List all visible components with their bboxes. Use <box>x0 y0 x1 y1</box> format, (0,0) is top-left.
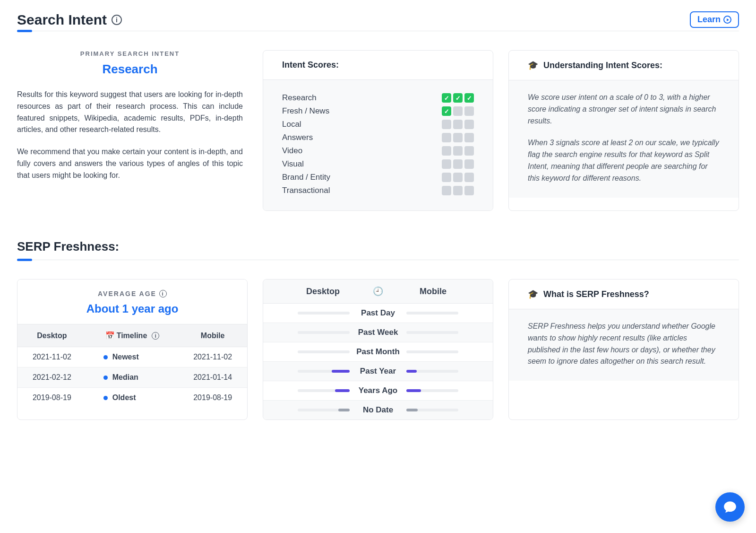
intent-score-label: Visual <box>282 159 304 169</box>
info-icon[interactable]: i <box>152 332 159 340</box>
learn-label: Learn <box>697 15 721 25</box>
graduation-cap-icon: 🎓 <box>528 61 538 70</box>
understanding-title: 🎓 Understanding Intent Scores: <box>509 51 739 80</box>
average-age-value: About 1 year ago <box>22 302 242 315</box>
serp-freshness-info-title: 🎓 What is SERP Freshness? <box>509 280 739 309</box>
understanding-card: 🎓 Understanding Intent Scores: We score … <box>508 50 739 211</box>
check-empty <box>464 146 474 156</box>
intent-score-checks: ✓✓✓ <box>442 93 474 103</box>
check-empty <box>442 173 451 182</box>
serp-freshness-title: SERP Freshness: <box>17 239 739 254</box>
bar-desktop <box>298 370 350 373</box>
cell-timeline-label: Median <box>86 367 179 388</box>
clock-icon: 🕘 <box>369 286 387 297</box>
check-empty <box>442 146 451 156</box>
check-empty <box>464 120 474 129</box>
bar-mobile <box>406 389 458 392</box>
bar-mobile <box>406 312 458 315</box>
intent-score-label: Transactional <box>282 186 330 195</box>
intent-score-label: Fresh / News <box>282 106 329 116</box>
check-icon: ✓ <box>442 93 451 103</box>
check-empty <box>453 106 463 116</box>
freshness-label: Past Week <box>350 328 406 337</box>
intent-score-checks <box>442 133 474 142</box>
cell-desktop-date: 2019-08-19 <box>17 388 86 408</box>
check-empty <box>453 173 463 182</box>
intent-score-checks <box>442 186 474 195</box>
primary-intent-value: Research <box>17 62 243 77</box>
bar-desktop <box>298 312 350 315</box>
intent-score-row: Brand / Entity <box>282 171 474 184</box>
intent-score-row: Transactional <box>282 184 474 197</box>
freshness-row: Past Year <box>263 362 493 381</box>
freshness-label: No Date <box>350 405 406 415</box>
bar-mobile <box>406 350 458 353</box>
learn-button[interactable]: Learn <box>690 11 739 28</box>
serp-freshness-info-paragraph: SERP Freshness helps you understand whet… <box>528 321 720 367</box>
check-empty <box>442 159 451 169</box>
search-intent-title: Search Intent <box>17 12 107 28</box>
table-row: 2021-11-02Newest2021-11-02 <box>17 347 247 367</box>
freshness-label: Past Day <box>350 308 406 318</box>
bullet-icon <box>103 355 108 359</box>
col-mobile: Mobile <box>178 324 247 347</box>
cell-desktop-date: 2021-11-02 <box>17 347 86 367</box>
understanding-paragraph-1: We score user intent on a scale of 0 to … <box>528 92 720 127</box>
intent-score-label: Local <box>282 120 301 129</box>
bullet-icon <box>103 396 108 400</box>
bar-desktop <box>298 389 350 392</box>
check-icon: ✓ <box>464 93 474 103</box>
freshness-row: Years Ago <box>263 381 493 401</box>
cell-mobile-date: 2021-01-14 <box>178 367 247 388</box>
check-empty <box>453 133 463 142</box>
cell-desktop-date: 2021-02-12 <box>17 367 86 388</box>
bar-desktop <box>298 409 350 411</box>
calendar-icon: 📅 <box>105 331 115 340</box>
graduation-cap-icon: 🎓 <box>528 289 538 299</box>
freshness-row: Past Week <box>263 323 493 342</box>
freshness-distribution-card: Desktop 🕘 Mobile Past DayPast WeekPast M… <box>263 279 493 420</box>
intent-score-label: Video <box>282 146 302 156</box>
primary-intent-paragraph-2: We recommend that you make certain your … <box>17 146 243 181</box>
intent-score-label: Research <box>282 93 317 103</box>
cell-timeline-label: Oldest <box>86 388 179 408</box>
freshness-row: Past Day <box>263 304 493 323</box>
col-desktop: Desktop <box>277 287 369 297</box>
intent-score-label: Brand / Entity <box>282 173 330 182</box>
info-icon[interactable]: i <box>112 15 122 25</box>
check-empty <box>464 173 474 182</box>
intent-score-row: Video <box>282 144 474 157</box>
intent-score-row: Visual <box>282 157 474 171</box>
serp-freshness-info-card: 🎓 What is SERP Freshness? SERP Freshness… <box>508 279 739 420</box>
check-empty <box>464 159 474 169</box>
table-row: 2019-08-19Oldest2019-08-19 <box>17 388 247 408</box>
intent-score-checks <box>442 120 474 129</box>
check-icon: ✓ <box>453 93 463 103</box>
bullet-icon <box>103 376 108 380</box>
freshness-label: Past Month <box>350 347 406 357</box>
primary-intent-eyebrow: PRIMARY SEARCH INTENT <box>17 50 243 57</box>
check-empty <box>442 133 451 142</box>
page-title: Search Intent i <box>17 12 122 28</box>
intent-score-row: Research✓✓✓ <box>282 91 474 105</box>
info-icon[interactable]: i <box>159 290 167 297</box>
cell-timeline-label: Newest <box>86 347 179 367</box>
intent-scores-card: Intent Scores: Research✓✓✓Fresh / News✓L… <box>263 50 493 211</box>
intent-score-checks <box>442 159 474 169</box>
check-empty <box>464 133 474 142</box>
intent-score-row: Local <box>282 118 474 131</box>
col-desktop: Desktop <box>17 324 86 347</box>
check-empty <box>442 120 451 129</box>
divider <box>17 31 739 31</box>
col-timeline: 📅 Timeline i <box>86 324 179 347</box>
check-icon: ✓ <box>442 106 451 116</box>
intent-score-row: Answers <box>282 131 474 144</box>
col-mobile: Mobile <box>387 287 479 297</box>
intent-scores-title: Intent Scores: <box>263 51 493 80</box>
freshness-label: Past Year <box>350 367 406 376</box>
divider <box>17 260 739 260</box>
average-age-card: AVERAGE AGE i About 1 year ago Desktop 📅… <box>17 279 248 420</box>
intent-score-row: Fresh / News✓ <box>282 105 474 118</box>
bar-mobile <box>406 370 458 373</box>
bar-mobile <box>406 331 458 334</box>
